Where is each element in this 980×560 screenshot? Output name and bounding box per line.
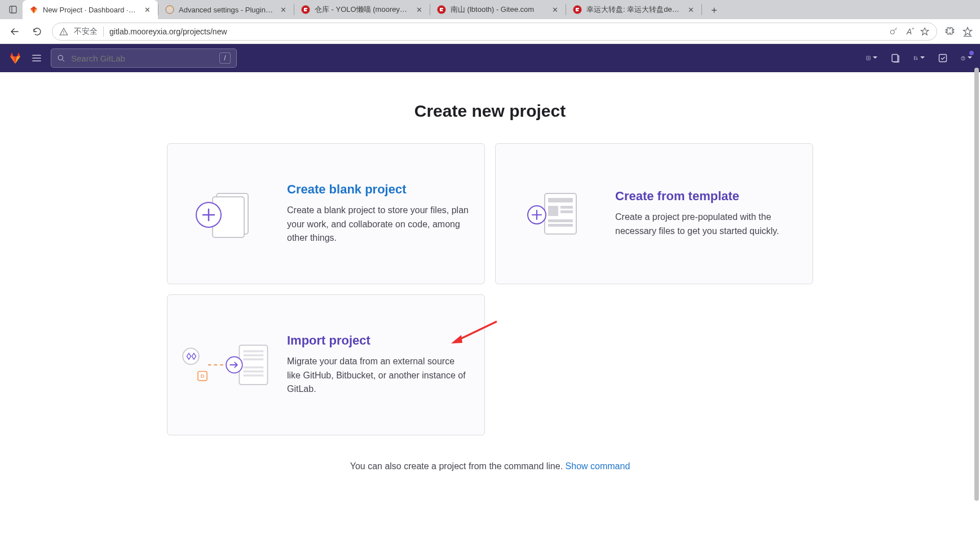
browser-tab-gitee-lucky-wheel[interactable]: 幸运大转盘: 幸运大转盘demo ✕ bbox=[566, 0, 701, 19]
page-title: Create new project bbox=[414, 102, 566, 121]
favicon-gitee-icon bbox=[437, 5, 446, 14]
gitlab-nav-right bbox=[866, 52, 972, 64]
favicon-gitee-icon bbox=[301, 5, 310, 14]
extensions-icon[interactable] bbox=[944, 26, 955, 37]
svg-rect-37 bbox=[244, 371, 264, 373]
svg-rect-34 bbox=[244, 354, 264, 356]
browser-tab-gitee-repo[interactable]: 仓库 - YOLO懒喵 (mooreyxia) - G ✕ bbox=[294, 0, 430, 19]
search-input[interactable] bbox=[71, 54, 214, 63]
search-shortcut-hint: / bbox=[219, 52, 231, 64]
show-command-link[interactable]: Show command bbox=[566, 461, 630, 471]
browser-toolbar: 不安全 gitlab.mooreyxia.org/projects/new A» bbox=[0, 19, 980, 44]
read-aloud-icon[interactable]: A» bbox=[907, 27, 912, 36]
reload-icon bbox=[32, 27, 42, 37]
card-heading: Create blank project bbox=[287, 182, 469, 197]
browser-chrome: New Project · Dashboard · GitLab ✕ Advan… bbox=[0, 0, 980, 44]
new-tab-button[interactable]: ＋ bbox=[705, 1, 722, 18]
create-blank-project-card[interactable]: Create blank project Create a blank proj… bbox=[167, 143, 485, 284]
favicon-jenkins-icon bbox=[165, 5, 174, 14]
hamburger-icon bbox=[32, 53, 42, 63]
browser-tab-gitee-nanshan[interactable]: 南山 (lbtooth) - Gitee.com ✕ bbox=[430, 0, 566, 19]
url-text: gitlab.mooreyxia.org/projects/new bbox=[109, 27, 884, 36]
tab-title: 南山 (lbtooth) - Gitee.com bbox=[451, 5, 545, 15]
svg-rect-30 bbox=[548, 224, 573, 227]
svg-point-15 bbox=[914, 56, 915, 58]
merge-requests-dropdown[interactable] bbox=[913, 52, 925, 64]
project-options-grid: Create blank project Create a blank proj… bbox=[167, 143, 813, 435]
tab-title: Advanced settings - Plugin Mana bbox=[179, 6, 273, 14]
favicon-gitee-icon bbox=[573, 5, 582, 14]
tab-overview-icon bbox=[8, 5, 17, 14]
svg-rect-36 bbox=[244, 367, 264, 369]
scrollbar[interactable] bbox=[974, 68, 979, 560]
svg-rect-14 bbox=[892, 55, 898, 62]
todos-button[interactable] bbox=[937, 52, 948, 64]
svg-rect-25 bbox=[548, 198, 573, 202]
gitlab-search-box[interactable]: / bbox=[51, 48, 237, 68]
browser-tab-gitlab-new-project[interactable]: New Project · Dashboard · GitLab ✕ bbox=[23, 0, 158, 19]
svg-point-20 bbox=[963, 59, 964, 60]
issues-icon bbox=[891, 54, 900, 63]
svg-rect-0 bbox=[10, 6, 16, 13]
todo-icon bbox=[938, 54, 947, 63]
page-content: Create new project Create blank project … bbox=[0, 72, 980, 560]
svg-rect-38 bbox=[244, 374, 264, 377]
tab-title: 仓库 - YOLO懒喵 (mooreyxia) - G bbox=[315, 5, 409, 15]
tab-overview-button[interactable] bbox=[3, 0, 23, 19]
address-bar[interactable]: 不安全 gitlab.mooreyxia.org/projects/new A» bbox=[52, 23, 937, 41]
card-heading: Create from template bbox=[615, 189, 797, 204]
tab-close-button[interactable]: ✕ bbox=[278, 5, 288, 15]
svg-line-12 bbox=[62, 59, 64, 61]
gitlab-logo-icon[interactable] bbox=[8, 51, 23, 65]
svg-point-9 bbox=[890, 30, 894, 34]
card-description: Migrate your data from an external sourc… bbox=[287, 355, 469, 396]
create-new-dropdown[interactable] bbox=[866, 52, 877, 64]
svg-text:D: D bbox=[200, 373, 204, 379]
plus-square-icon bbox=[866, 54, 871, 63]
insecure-icon bbox=[59, 27, 68, 36]
svg-rect-18 bbox=[939, 55, 947, 62]
gitlab-top-nav: / bbox=[0, 44, 980, 72]
tab-close-button[interactable]: ✕ bbox=[686, 5, 696, 15]
collections-icon[interactable] bbox=[962, 26, 973, 37]
browser-tab-jenkins-plugin[interactable]: Advanced settings - Plugin Mana ✕ bbox=[158, 0, 294, 19]
svg-rect-29 bbox=[548, 219, 573, 222]
card-description: Create a project pre-populated with the … bbox=[615, 210, 797, 239]
svg-rect-28 bbox=[560, 210, 573, 213]
tab-close-button[interactable]: ✕ bbox=[550, 5, 560, 15]
svg-point-3 bbox=[168, 7, 171, 10]
scrollbar-thumb[interactable] bbox=[974, 68, 979, 501]
back-button[interactable] bbox=[7, 24, 23, 39]
tab-close-button[interactable]: ✕ bbox=[414, 5, 424, 15]
search-icon bbox=[57, 54, 65, 63]
svg-rect-35 bbox=[244, 358, 264, 360]
help-notification-dot bbox=[969, 51, 974, 55]
svg-point-8 bbox=[63, 33, 64, 34]
card-description: Create a blank project to store your fil… bbox=[287, 204, 469, 245]
tab-close-button[interactable]: ✕ bbox=[142, 5, 152, 15]
favicon-gitlab-icon bbox=[29, 5, 38, 14]
tab-strip: New Project · Dashboard · GitLab ✕ Advan… bbox=[0, 0, 980, 19]
favorite-star-icon[interactable] bbox=[920, 27, 930, 37]
svg-point-16 bbox=[914, 59, 915, 60]
import-project-card[interactable]: D Import project Migrate your data from … bbox=[167, 294, 485, 435]
svg-rect-27 bbox=[560, 206, 573, 209]
footer-command-line-hint: You can also create a project from the c… bbox=[350, 461, 630, 471]
footer-text: You can also create a project from the c… bbox=[350, 461, 566, 471]
card-heading: Import project bbox=[287, 333, 469, 348]
tab-title: 幸运大转盘: 幸运大转盘demo bbox=[586, 5, 681, 15]
create-from-template-card[interactable]: Create from template Create a project pr… bbox=[495, 143, 813, 284]
help-dropdown[interactable] bbox=[961, 52, 972, 64]
security-label: 不安全 bbox=[74, 27, 98, 37]
svg-rect-26 bbox=[548, 206, 558, 216]
svg-point-17 bbox=[916, 59, 917, 60]
password-key-icon[interactable] bbox=[889, 27, 899, 36]
reload-button[interactable] bbox=[29, 24, 45, 39]
tab-title: New Project · Dashboard · GitLab bbox=[43, 6, 138, 14]
issues-button[interactable] bbox=[890, 52, 901, 64]
arrow-left-icon bbox=[10, 27, 20, 37]
merge-request-icon bbox=[913, 54, 918, 63]
nav-hamburger-button[interactable] bbox=[29, 51, 44, 65]
help-icon bbox=[961, 54, 965, 63]
import-illustration: D bbox=[179, 334, 275, 396]
